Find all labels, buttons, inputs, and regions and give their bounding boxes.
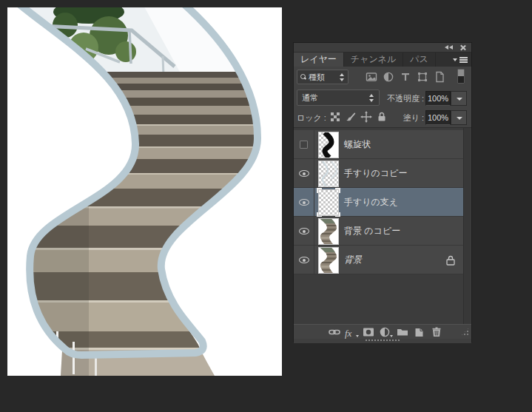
fill-dropdown-button[interactable]: [451, 110, 467, 125]
filter-kind-label: 種類: [309, 72, 325, 83]
selection-bracket: [335, 188, 340, 193]
lock-buttons: [329, 111, 388, 124]
opacity-value-field[interactable]: 100%: [425, 91, 451, 106]
layer-style-fx-icon[interactable]: fx: [345, 326, 358, 338]
layer-row-background[interactable]: 背景: [294, 246, 464, 274]
layer-name[interactable]: 螺旋状: [344, 130, 371, 159]
new-layer-icon[interactable]: [413, 326, 426, 338]
caret-icon: [356, 335, 359, 337]
smart-object-filter-icon[interactable]: [434, 71, 445, 83]
lock-transparent-pixels-icon[interactable]: [329, 111, 341, 123]
layer-row-handrail-support[interactable]: 手すりの支え: [294, 188, 464, 217]
eye-icon[interactable]: [299, 228, 309, 234]
tab-paths[interactable]: パス: [403, 53, 436, 67]
collapse-panels-icon[interactable]: [445, 45, 454, 50]
black-s-curve-thumb: [319, 132, 338, 158]
opacity-label: 不透明度 :: [380, 93, 424, 104]
stepper-arrows-icon: [340, 73, 345, 81]
visibility-toggle[interactable]: [294, 130, 314, 158]
document-canvas[interactable]: [7, 7, 282, 376]
visibility-toggle[interactable]: [294, 159, 314, 187]
panel-tabs: レイヤー チャンネル パス: [294, 53, 471, 67]
layer-name[interactable]: 背景 のコピー: [344, 217, 400, 246]
layers-toolbar: fx: [294, 324, 471, 339]
layer-thumbnail[interactable]: [318, 247, 339, 274]
adjustment-layer-filter-icon[interactable]: [383, 71, 394, 83]
layer-row-handrail-copy[interactable]: 手すりのコピー: [294, 159, 464, 188]
new-group-icon[interactable]: [396, 326, 409, 338]
caret-icon: [390, 335, 393, 337]
stairs-band-thumb: [319, 248, 338, 273]
opacity-dropdown-button[interactable]: [451, 91, 467, 106]
visibility-toggle[interactable]: [294, 188, 314, 216]
link-layers-icon[interactable]: [328, 326, 341, 338]
lock-image-pixels-icon[interactable]: [345, 111, 357, 123]
hidden-eye-checkbox[interactable]: [300, 141, 308, 149]
layers-panel: レイヤー チャンネル パス 種類 通常: [293, 42, 472, 342]
blend-mode-dropdown[interactable]: 通常: [297, 90, 380, 106]
tab-channels[interactable]: チャンネル: [344, 53, 403, 67]
panel-menu-icon[interactable]: [453, 56, 468, 64]
eye-icon[interactable]: [299, 257, 309, 263]
layer-thumbnail-selected[interactable]: [318, 189, 339, 216]
lock-label: ロック :: [297, 112, 326, 124]
faint-handrail-thumb: [319, 161, 338, 186]
selection-bracket: [317, 188, 322, 193]
layers-list: 螺旋状 手すりのコピー 手すりの支え: [294, 127, 471, 324]
layer-lock-icon: [446, 255, 455, 266]
stairs-artwork: [7, 7, 282, 376]
eye-icon[interactable]: [299, 170, 309, 177]
layer-thumbnail[interactable]: [318, 132, 339, 158]
stepper-arrows-icon: [369, 94, 374, 102]
filter-toggle-switch[interactable]: [457, 69, 465, 84]
blend-mode-value: 通常: [302, 92, 318, 104]
visibility-toggle[interactable]: [294, 246, 314, 274]
tab-layers[interactable]: レイヤー: [294, 53, 344, 67]
visibility-toggle[interactable]: [294, 217, 314, 245]
delete-layer-icon[interactable]: [430, 326, 443, 338]
type-layer-filter-icon[interactable]: [400, 71, 411, 83]
lock-all-icon[interactable]: [376, 111, 388, 123]
eye-icon[interactable]: [299, 199, 309, 206]
lock-position-icon[interactable]: [360, 111, 372, 123]
fx-label: fx: [345, 328, 351, 339]
new-adjustment-layer-icon[interactable]: [379, 326, 392, 338]
close-panel-icon[interactable]: [459, 44, 466, 51]
layer-name[interactable]: 手すりのコピー: [344, 159, 407, 188]
layer-type-filters: [366, 70, 445, 84]
search-icon: [300, 74, 306, 80]
panel-drag-handle[interactable]: [366, 340, 400, 342]
pixel-layer-filter-icon[interactable]: [366, 71, 377, 83]
panel-group-header: [294, 43, 471, 53]
layer-name[interactable]: 背景: [344, 246, 362, 274]
scrollbar[interactable]: [463, 128, 471, 325]
layer-controls: 種類 通常 不透明度 : 100% ロック :: [294, 67, 471, 127]
layer-row-spiral[interactable]: 螺旋状: [294, 130, 464, 159]
layer-thumbnail[interactable]: [318, 161, 339, 187]
stairs-band-thumb: [319, 219, 338, 244]
layer-name[interactable]: 手すりの支え: [344, 188, 398, 217]
layer-row-background-copy[interactable]: 背景 のコピー: [294, 217, 464, 246]
photoshop-workspace: レイヤー チャンネル パス 種類 通常: [0, 0, 532, 412]
add-layer-mask-icon[interactable]: [362, 326, 375, 338]
panel-bottom-edge: [294, 339, 471, 343]
filter-kind-dropdown[interactable]: 種類: [297, 70, 349, 84]
layer-thumbnail[interactable]: [318, 218, 339, 245]
shape-layer-filter-icon[interactable]: [417, 71, 428, 83]
fill-value-field[interactable]: 100%: [425, 110, 451, 125]
fill-label: 塗り :: [400, 112, 424, 124]
